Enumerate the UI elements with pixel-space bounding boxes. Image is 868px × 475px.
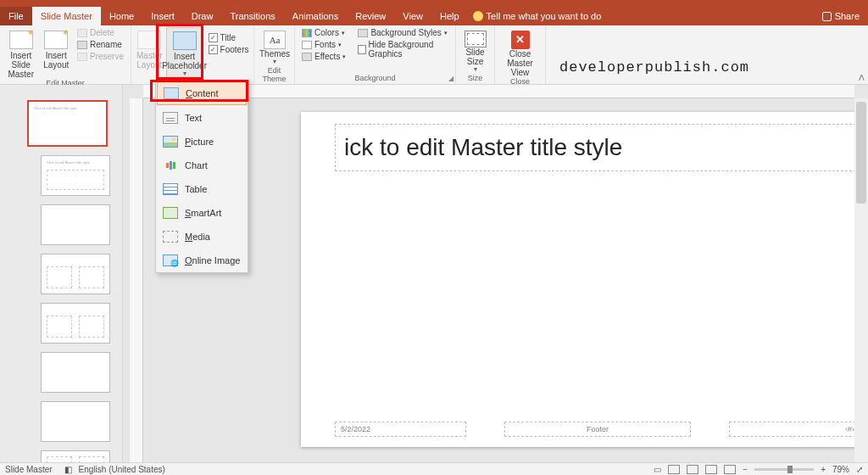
reading-view-button[interactable]: [705, 465, 717, 474]
share-button[interactable]: Share: [822, 11, 860, 21]
title-placeholder[interactable]: ick to edit Master title style: [335, 124, 860, 171]
tab-file[interactable]: File: [0, 7, 32, 25]
insert-layout-button[interactable]: Insert Layout: [40, 27, 71, 70]
placeholder-online-image[interactable]: Online Image: [156, 249, 248, 272]
fonts-label: Fonts: [314, 40, 336, 49]
placeholder-media[interactable]: Media: [156, 225, 248, 249]
tab-home[interactable]: Home: [101, 7, 142, 25]
slideshow-view-button[interactable]: [724, 465, 736, 474]
insert-slide-master-button[interactable]: Insert Slide Master: [5, 27, 36, 79]
status-language[interactable]: English (United States): [79, 465, 165, 474]
colors-icon: [302, 29, 312, 37]
layout-thumbnail[interactable]: [41, 303, 110, 344]
tab-slide-master[interactable]: Slide Master: [32, 7, 101, 25]
vertical-ruler[interactable]: [130, 98, 143, 462]
edit-theme-group-label: Edit Theme: [259, 66, 289, 85]
table-icon: [163, 183, 178, 195]
footer-placeholder[interactable]: Footer: [504, 422, 691, 437]
slide-size-button[interactable]: Slide Size: [461, 27, 489, 74]
tab-review[interactable]: Review: [347, 7, 394, 25]
layout-thumbnail[interactable]: [41, 352, 110, 393]
insert-placeholder-label: Insert Placeholder: [162, 52, 207, 70]
effects-icon: [302, 53, 312, 61]
insert-placeholder-menu: Content Text Picture Chart Table SmartAr…: [155, 80, 248, 273]
smartart-icon: [163, 207, 178, 219]
checkbox-icon: ✓: [209, 33, 218, 42]
layout-thumbnail[interactable]: [41, 204, 110, 245]
chart-icon: [163, 159, 178, 171]
delete-label: Delete: [90, 28, 114, 37]
insert-placeholder-button[interactable]: Insert Placeholder: [166, 27, 203, 79]
placeholder-content[interactable]: Content: [157, 81, 247, 105]
ribbon: Insert Slide Master Insert Layout Delete…: [0, 25, 868, 85]
effects-label: Effects: [314, 52, 340, 61]
scrollbar-thumb[interactable]: [856, 102, 866, 204]
delete-icon: [77, 29, 87, 37]
zoom-slider[interactable]: [754, 468, 814, 471]
background-styles-dropdown[interactable]: Background Styles▾: [356, 27, 450, 38]
master-layout-button[interactable]: Master Layout: [136, 27, 163, 70]
footers-checkbox[interactable]: ✓Footers: [207, 44, 251, 55]
hide-bg-checkbox[interactable]: Hide Background Graphics: [356, 39, 450, 59]
chevron-down-icon: ▾: [342, 30, 345, 36]
layout-thumbnail[interactable]: Click to edit Master title style: [41, 155, 110, 196]
horizontal-ruler[interactable]: [143, 85, 854, 98]
size-group-label: Size: [461, 74, 489, 84]
slide-canvas[interactable]: ick to edit Master title style 5/2/2022 …: [301, 112, 868, 447]
placeholder-smartart[interactable]: SmartArt: [156, 201, 248, 225]
master-layout-icon: [137, 31, 161, 49]
layout-thumbnail[interactable]: [41, 254, 110, 294]
tab-help[interactable]: Help: [431, 7, 468, 25]
tab-draw[interactable]: Draw: [183, 7, 222, 25]
preserve-label: Preserve: [90, 52, 124, 61]
slide-thumbnail-panel[interactable]: Click to edit Master title style Click t…: [0, 85, 123, 462]
watermark-text: developerpublish.com: [559, 59, 749, 75]
accessibility-icon[interactable]: ◧: [64, 465, 72, 474]
vertical-scrollbar[interactable]: [854, 98, 868, 462]
title-checkbox-label: Title: [220, 33, 236, 42]
normal-view-button[interactable]: [668, 465, 680, 474]
master-thumbnail[interactable]: Click to edit Master title style: [27, 100, 108, 147]
chevron-down-icon: ▾: [444, 30, 448, 36]
dialog-launcher-icon[interactable]: ◢: [448, 75, 453, 82]
colors-dropdown[interactable]: Colors▾: [300, 27, 348, 38]
effects-dropdown[interactable]: Effects▾: [300, 51, 348, 62]
online-image-icon: [163, 254, 178, 266]
placeholder-online-image-label: Online Image: [185, 255, 240, 265]
sorter-view-button[interactable]: [687, 465, 698, 474]
date-placeholder[interactable]: 5/2/2022: [335, 422, 466, 437]
fonts-icon: [302, 41, 312, 49]
notes-button[interactable]: ▭: [654, 465, 661, 474]
placeholder-table[interactable]: Table: [156, 177, 248, 201]
fit-to-window-button[interactable]: ⤢: [856, 465, 863, 474]
themes-icon: Aa: [264, 31, 286, 49]
close-master-view-button[interactable]: ✕ Close Master View: [500, 27, 540, 77]
preserve-button[interactable]: Preserve: [75, 51, 125, 62]
layout-thumbnail[interactable]: [41, 401, 110, 442]
rename-button[interactable]: Rename: [75, 39, 125, 50]
tab-view[interactable]: View: [394, 7, 431, 25]
placeholder-text[interactable]: Text: [156, 106, 248, 130]
title-checkbox[interactable]: ✓Title: [207, 32, 251, 43]
tab-transitions[interactable]: Transitions: [221, 7, 283, 25]
hide-bg-label: Hide Background Graphics: [369, 40, 449, 59]
insert-slide-master-label: Insert Slide Master: [5, 51, 36, 79]
zoom-level[interactable]: 79%: [832, 465, 849, 474]
tab-animations[interactable]: Animations: [284, 7, 347, 25]
placeholder-icon: [173, 31, 197, 50]
layout-thumbnail[interactable]: [41, 450, 110, 462]
insert-layout-label: Insert Layout: [43, 51, 69, 70]
bg-styles-icon: [358, 29, 368, 37]
tab-insert[interactable]: Insert: [142, 7, 183, 25]
placeholder-chart[interactable]: Chart: [156, 154, 248, 177]
zoom-in-button[interactable]: +: [821, 465, 826, 474]
fonts-dropdown[interactable]: Fonts▾: [300, 39, 348, 50]
delete-button[interactable]: Delete: [75, 27, 125, 38]
zoom-out-button[interactable]: −: [743, 465, 748, 474]
tell-me-search[interactable]: Tell me what you want to do: [473, 11, 602, 21]
background-group-label: Background: [300, 74, 450, 84]
placeholder-picture[interactable]: Picture: [156, 130, 248, 154]
themes-button[interactable]: Aa Themes: [259, 27, 290, 66]
collapse-ribbon-icon[interactable]: ᐱ: [859, 73, 865, 82]
slide-number-placeholder[interactable]: ‹#›: [729, 422, 860, 437]
